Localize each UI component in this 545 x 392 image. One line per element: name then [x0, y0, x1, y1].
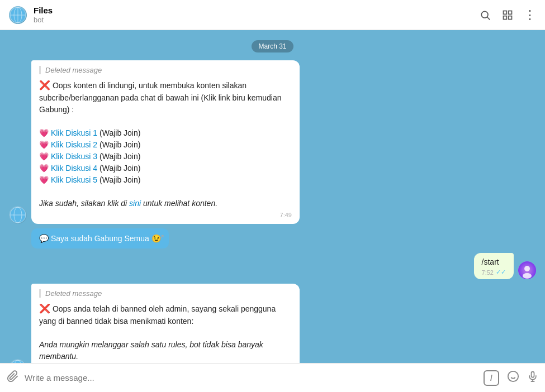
avatar: [9, 6, 27, 24]
join-button[interactable]: 💬 Saya sudah Gabung Semua 😉 ↗: [31, 228, 169, 248]
command-icon[interactable]: /: [484, 370, 499, 386]
emoji-icon[interactable]: [507, 370, 519, 385]
heart-icon-5: 💗: [39, 175, 49, 184]
heart-icon-2: 💗: [39, 140, 49, 149]
heart-icon-3: 💗: [39, 152, 49, 161]
expand-icon[interactable]: ↗: [159, 233, 164, 241]
chat-subtitle: bot: [34, 16, 53, 24]
heart-icon: 💗: [39, 128, 49, 137]
user-bubble: /start 7:52 ✓✓: [474, 253, 514, 279]
svg-rect-9: [504, 16, 507, 19]
svg-rect-10: [509, 16, 512, 19]
chat-title: Files: [34, 6, 53, 16]
header-info: Files bot: [34, 6, 53, 24]
message-row: Deleted message ❌ Oops konten di lindung…: [9, 60, 300, 224]
attach-icon[interactable]: [7, 370, 19, 385]
bot-button-row: 💬 Saya sudah Gabung Semua 😉 ↗: [9, 228, 169, 248]
cross-icon: ❌: [39, 80, 50, 90]
button-container: 💬 Saya sudah Gabung Semua 😉 ↗: [31, 228, 169, 248]
svg-rect-8: [509, 11, 512, 14]
chat-header: Files bot ⋮: [0, 0, 545, 30]
bot-avatar-2: [9, 359, 27, 363]
bot-avatar: [9, 206, 27, 224]
heart-icon-4: 💗: [39, 164, 49, 173]
svg-rect-7: [504, 11, 507, 14]
header-left: Files bot: [9, 6, 53, 24]
cross-icon-2: ❌: [39, 304, 50, 313]
date-badge: March 31: [252, 40, 293, 52]
banned-text: ❌ Oops anda telah di banned oleh admin, …: [39, 302, 292, 362]
deleted-label: Deleted message: [39, 66, 292, 74]
diskusi-link-4[interactable]: Klik Diskusi 4: [51, 164, 97, 173]
user-avatar: [518, 261, 536, 279]
time-row: 7:49: [39, 212, 292, 218]
svg-point-17: [523, 273, 532, 279]
message-bubble: Deleted message ❌ Oops konten di lindung…: [31, 60, 300, 224]
banned-bubble: Deleted message ❌ Oops anda telah di ban…: [31, 284, 300, 363]
svg-point-5: [481, 11, 488, 18]
message-row-banned: Deleted message ❌ Oops anda telah di ban…: [9, 284, 300, 363]
layout-icon[interactable]: [501, 9, 514, 21]
time-row: 7:52 ✓✓: [482, 269, 506, 276]
svg-line-6: [487, 17, 490, 20]
mic-icon[interactable]: [527, 370, 538, 385]
message-time: 7:52: [482, 269, 494, 276]
svg-rect-29: [532, 372, 534, 377]
read-receipts: ✓✓: [496, 269, 506, 276]
diskusi-link-3[interactable]: Klik Diskusi 3: [51, 152, 97, 161]
user-text: /start: [482, 257, 506, 266]
input-bar: /: [0, 363, 545, 392]
diskusi-link-2[interactable]: Klik Diskusi 2: [51, 140, 97, 149]
user-message-row: /start 7:52 ✓✓: [474, 253, 536, 279]
svg-point-16: [524, 266, 530, 271]
svg-point-26: [508, 371, 518, 381]
sini-link[interactable]: sini: [129, 199, 141, 208]
message-time: 7:49: [280, 212, 292, 218]
chat-area: March 31 Deleted message ❌ Oops konten d…: [0, 30, 545, 363]
search-icon[interactable]: [479, 9, 491, 21]
header-icons: ⋮: [479, 9, 536, 21]
message-input[interactable]: [25, 373, 478, 383]
diskusi-link-1[interactable]: Klik Diskusi 1: [51, 128, 97, 137]
more-icon[interactable]: ⋮: [524, 9, 536, 21]
input-right-icons: /: [484, 370, 538, 386]
diskusi-link-5[interactable]: Klik Diskusi 5: [51, 175, 97, 184]
deleted-label-2: Deleted message: [39, 289, 292, 298]
bubble-text: ❌ Oops konten di lindungi, untuk membuka…: [39, 79, 292, 209]
